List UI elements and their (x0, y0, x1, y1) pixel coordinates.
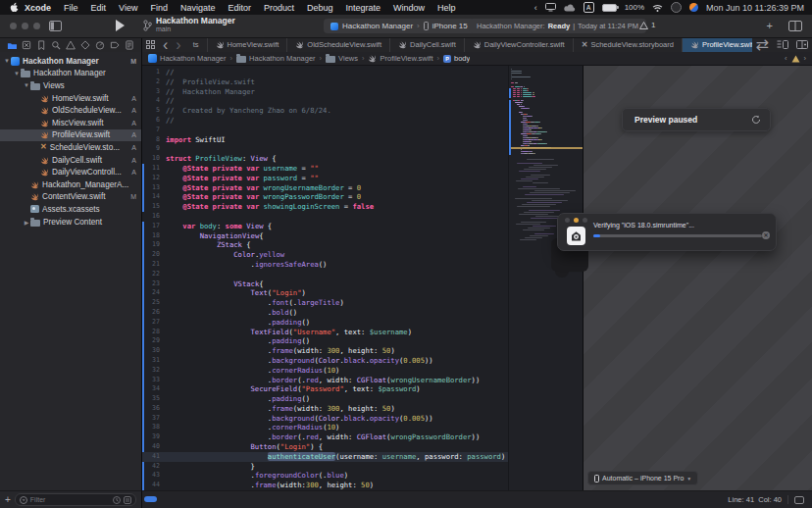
code-line-20[interactable]: 20 Color.yellow (142, 250, 508, 260)
line-number[interactable]: 24 (142, 288, 166, 298)
prev-issue-button[interactable]: ‹ (785, 54, 787, 63)
cancel-download-button[interactable]: ✕ (762, 231, 770, 239)
menu-item-debug[interactable]: Debug (307, 3, 333, 13)
add-file-button[interactable]: + (5, 494, 11, 505)
code-line-9[interactable]: 9 (142, 144, 508, 154)
line-number[interactable]: 44 (142, 481, 166, 490)
preview-device-pill[interactable]: Automatic – iPhone 15 Pro ▼ (587, 471, 698, 485)
project-status-block[interactable]: Hackathon Manager main (143, 17, 235, 33)
sidebar-item-hackathon-manager[interactable]: ▼Hackathon ManagerM (0, 55, 141, 68)
line-number[interactable]: 15 (142, 202, 166, 212)
tab-overview-icon[interactable] (142, 37, 159, 52)
line-number[interactable]: 29 (142, 336, 166, 346)
line-number[interactable]: 38 (142, 423, 166, 432)
scheme-selector[interactable]: Hackathon Manager › iPhone 15 Pro (324, 19, 488, 33)
code-line-18[interactable]: 18 NavigationView{ (142, 231, 508, 241)
line-number[interactable]: 3 (142, 87, 166, 97)
line-number[interactable]: 13 (142, 183, 166, 193)
code-line-44[interactable]: 44 .frame(width:300, height: 50) (142, 481, 508, 490)
battery-percent[interactable]: 100% (625, 3, 644, 12)
line-number[interactable]: 42 (142, 462, 166, 472)
sidebar-item-oldscheduleview-[interactable]: OldScheduleView...A (0, 104, 141, 117)
line-number[interactable]: 14 (142, 192, 166, 202)
code-line-6[interactable]: 6// (142, 116, 508, 126)
cloud-icon[interactable] (564, 4, 576, 12)
line-number[interactable]: 18 (142, 231, 166, 241)
screen-mirroring-chevron-icon[interactable]: ‹ (534, 3, 537, 13)
menu-item-navigate[interactable]: Navigate (180, 3, 216, 13)
code-line-11[interactable]: 11 @State private var username = "" (142, 164, 508, 174)
code-line-41[interactable]: 41 authenticateUser(username: username, … (142, 452, 508, 462)
tab-dailyviewcontroller-swift[interactable]: DailyViewController.swift (465, 37, 574, 52)
code-line-24[interactable]: 24 Text("Login") (142, 288, 508, 298)
line-number[interactable]: 36 (142, 404, 166, 414)
preview-resume-icon[interactable] (751, 115, 761, 125)
line-number[interactable]: 2 (142, 77, 166, 87)
code-line-32[interactable]: 32 .cornerRadius(10) (142, 366, 508, 376)
menu-item-edit[interactable]: Edit (91, 3, 107, 13)
line-number[interactable]: 37 (142, 414, 166, 424)
editor-options-icon[interactable] (773, 37, 792, 52)
issue-warning-icon[interactable] (791, 55, 800, 63)
code-line-37[interactable]: 37 .background(Color.black.opacity(0.005… (142, 414, 508, 424)
line-number[interactable]: 17 (142, 222, 166, 231)
source-editor[interactable]: 1//2// ProfileView.swift3// Hackathon Ma… (142, 66, 508, 490)
sidebar-item-dailycell-swift[interactable]: DailyCell.swiftA (0, 154, 141, 167)
code-line-36[interactable]: 36 .frame(width: 300, height: 50) (142, 404, 508, 414)
breadcrumb-hackathon-manager[interactable]: Hackathon Manager (148, 54, 227, 63)
editor-layout-icon[interactable] (788, 21, 802, 31)
sidebar-item-views[interactable]: ▼Views (0, 79, 141, 92)
tab-homeview-swift[interactable]: HomeView.swift (208, 37, 288, 52)
line-number[interactable]: 39 (142, 432, 166, 442)
code-line-16[interactable]: 16 (142, 212, 508, 222)
line-number[interactable]: 35 (142, 394, 166, 404)
code-line-27[interactable]: 27 .padding() (142, 318, 508, 328)
sidebar-item-homeview-swift[interactable]: HomeView.swiftA (0, 92, 141, 105)
activity-status[interactable]: Hackathon Manager: Ready | Today at 11:2… (469, 19, 646, 33)
line-number[interactable]: 4 (142, 96, 166, 106)
menubar-clock[interactable]: Mon Jun 10 11:26:39 PM (706, 3, 804, 13)
menu-item-find[interactable]: Find (150, 3, 168, 13)
line-number[interactable]: 43 (142, 471, 166, 481)
find-icon[interactable] (51, 40, 61, 50)
code-line-12[interactable]: 12 @State private var password = "" (142, 174, 508, 183)
code-line-28[interactable]: 28 TextField("Username", text: $username… (142, 328, 508, 337)
notification-window-controls[interactable] (565, 218, 587, 223)
input-source-icon[interactable]: A (584, 2, 594, 13)
line-number[interactable]: 33 (142, 376, 166, 385)
menu-item-product[interactable]: Product (264, 3, 294, 13)
breadcrumb-views[interactable]: Views (326, 54, 358, 63)
code-line-17[interactable]: 17 var body: some View { (142, 222, 508, 231)
related-items-icon[interactable]: ⇄ (752, 37, 773, 52)
code-line-2[interactable]: 2// ProfileView.swift (142, 77, 508, 87)
code-line-19[interactable]: 19 ZStack { (142, 240, 508, 250)
line-number[interactable]: 32 (142, 366, 166, 376)
code-line-40[interactable]: 40 Button("Login") { (142, 442, 508, 452)
line-number[interactable]: 1 (142, 68, 166, 77)
code-line-33[interactable]: 33 .border(.red, width: CGFloat(wrongUse… (142, 376, 508, 385)
menu-item-window[interactable]: Window (393, 3, 425, 13)
line-number[interactable]: 19 (142, 240, 166, 250)
sidebar-item-preview-content[interactable]: ▶Preview Content (0, 216, 141, 229)
line-number[interactable]: 26 (142, 308, 166, 318)
minimap[interactable] (508, 66, 584, 490)
horizontal-scrollbar-thumb[interactable] (144, 496, 157, 502)
code-line-26[interactable]: 26 .bold() (142, 308, 508, 318)
menu-item-integrate[interactable]: Integrate (346, 3, 381, 13)
line-number[interactable]: 16 (142, 212, 166, 222)
sidebar-item-dailyviewcontroll-[interactable]: DailyViewControll...A (0, 166, 141, 178)
back-chevron-icon[interactable]: ‹ (159, 37, 172, 52)
line-number[interactable]: 5 (142, 106, 166, 116)
line-number[interactable]: 34 (142, 384, 166, 394)
line-number[interactable]: 30 (142, 346, 166, 356)
line-number[interactable]: 8 (142, 135, 166, 145)
reports-icon[interactable] (125, 40, 134, 50)
tab-ts[interactable]: ts (185, 37, 208, 52)
line-number[interactable]: 11 (142, 164, 166, 174)
line-col-indicator[interactable]: Line: 41 Col: 40 (728, 495, 782, 504)
line-number[interactable]: 41 (142, 452, 166, 462)
code-line-29[interactable]: 29 .padding() (142, 336, 508, 346)
disclosure-triangle[interactable]: ▼ (13, 71, 21, 76)
code-line-34[interactable]: 34 SecureField("Password", text: $passwo… (142, 384, 508, 394)
warning-badge[interactable]: 1 (639, 21, 655, 29)
